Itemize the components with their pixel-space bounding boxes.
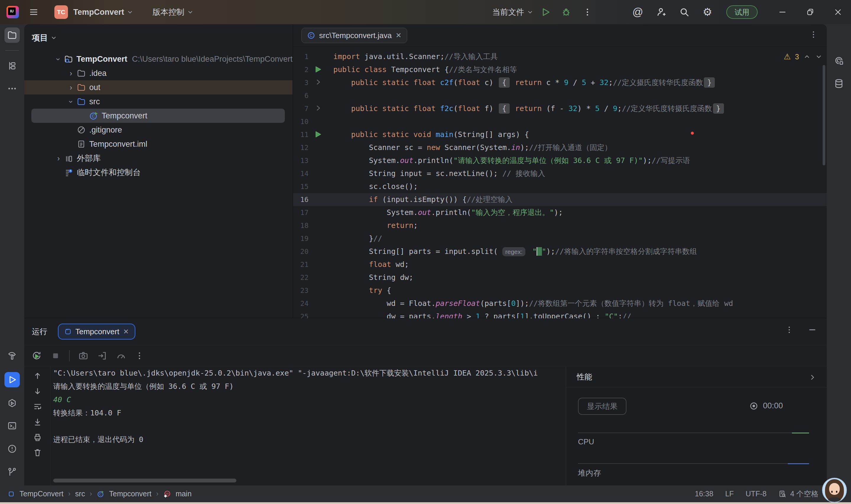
code-editor[interactable]: 1import java.util.Scanner;//导入输入工具2publi…: [293, 47, 827, 318]
close-button[interactable]: [825, 0, 851, 24]
tree-row-src[interactable]: ›src: [24, 94, 293, 109]
breadcrumb-src[interactable]: src: [75, 489, 85, 498]
terminal-tool-button[interactable]: [4, 418, 20, 433]
editor-tab[interactable]: C src\Tempconvert.java ✕: [301, 28, 407, 43]
print-button[interactable]: [33, 433, 42, 442]
user-avatar[interactable]: [822, 478, 847, 503]
main-menu-button[interactable]: [29, 0, 38, 24]
code-line-12[interactable]: 12 Scanner sc = new Scanner(System.in);/…: [293, 141, 827, 154]
rerun-button[interactable]: [31, 350, 42, 361]
code-line-6[interactable]: 6: [293, 89, 827, 102]
project-tool-button[interactable]: [4, 28, 20, 43]
ai-assistant-button[interactable]: @: [632, 0, 643, 24]
up-stack-trace-button[interactable]: [33, 371, 42, 381]
clear-console-button[interactable]: [33, 448, 42, 457]
git-tool-button[interactable]: [4, 464, 20, 480]
notifications-button[interactable]: [831, 53, 847, 68]
more-tool-windows-button[interactable]: [4, 81, 20, 96]
hide-panel-button[interactable]: [808, 325, 817, 334]
code-line-1[interactable]: 1import java.util.Scanner;//导入输入工具: [293, 50, 827, 63]
indent-widget[interactable]: 4 个空格: [778, 489, 818, 499]
gutter-run-icon[interactable]: [311, 130, 325, 139]
breadcrumb-method[interactable]: main: [175, 489, 191, 498]
run-button[interactable]: [540, 0, 551, 24]
code-line-19[interactable]: 19 }//: [293, 232, 827, 245]
code-line-23[interactable]: 23 try {: [293, 284, 827, 297]
next-warning-icon[interactable]: [815, 53, 823, 60]
editor-options-button[interactable]: [809, 30, 818, 39]
tree-row-tempconvert[interactable]: ›TempConvertC:\Users\taro blue\IdeaProje…: [24, 52, 293, 66]
code-line-7[interactable]: 7 public static float f2c(float f) { ret…: [293, 102, 827, 115]
code-line-14[interactable]: 14 String input = sc.nextLine(); // 接收输入: [293, 167, 827, 180]
database-tool-button[interactable]: [831, 76, 847, 91]
console-hscrollbar[interactable]: [53, 479, 237, 483]
editor-scrollbar[interactable]: [823, 65, 825, 165]
caret-position-widget[interactable]: 16:38: [695, 489, 714, 498]
tree-row--[interactable]: ›外部库: [24, 151, 293, 165]
run-tab[interactable]: Tempconvert ✕: [58, 324, 135, 340]
show-results-button[interactable]: 显示结果: [578, 398, 626, 415]
tab-close-icon[interactable]: ✕: [396, 31, 402, 39]
code-line-16[interactable]: 16 if (input.isEmpty()) {//处理空输入: [293, 193, 827, 206]
tree-row--idea[interactable]: ›.idea: [24, 66, 293, 80]
tree-chevron-icon[interactable]: ›: [65, 69, 77, 78]
commit-tool-button[interactable]: [4, 58, 20, 73]
breadcrumb-class[interactable]: Tempconvert: [109, 489, 151, 498]
code-line-17[interactable]: 17 System.out.println("输入为空，程序退出。");: [293, 206, 827, 219]
search-everywhere-button[interactable]: [679, 0, 690, 24]
run-more-button[interactable]: [135, 351, 144, 360]
project-panel-header[interactable]: 项目: [32, 33, 56, 43]
gutter-fold-icon[interactable]: [311, 104, 325, 112]
inspections-widget[interactable]: ⚠ 3: [784, 52, 823, 61]
run-panel-options-button[interactable]: [785, 325, 794, 334]
code-line-21[interactable]: 21 float wd;: [293, 258, 827, 271]
run-tool-button[interactable]: [4, 372, 20, 388]
more-actions-button[interactable]: [583, 0, 592, 24]
tree-row-tempconvert-iml[interactable]: Tempconvert.iml: [24, 137, 293, 151]
trial-badge[interactable]: 试用: [726, 5, 758, 19]
code-line-24[interactable]: 24 wd = Float.parseFloat(parts[0]);//将数组…: [293, 297, 827, 310]
stop-button[interactable]: [50, 350, 61, 361]
encoding-widget[interactable]: UTF-8: [746, 489, 766, 498]
soft-wrap-button[interactable]: [33, 402, 42, 411]
open-results-button[interactable]: [97, 350, 107, 361]
build-tool-button[interactable]: [4, 348, 20, 363]
run-configuration-selector[interactable]: 当前文件: [492, 0, 533, 24]
code-with-me-button[interactable]: [656, 0, 666, 24]
code-line-11[interactable]: 11 public static void main(String[] args…: [293, 128, 827, 141]
code-line-10[interactable]: 10: [293, 115, 827, 128]
project-icon[interactable]: TC: [54, 5, 68, 19]
tree-row-tempconvert[interactable]: CTempconvert: [31, 109, 285, 123]
code-line-13[interactable]: 13 System.out.println("请输入要转换的温度与单位（例如 3…: [293, 154, 827, 167]
tree-row--gitignore[interactable]: .gitignore: [24, 123, 293, 137]
tree-row--[interactable]: 临时文件和控制台: [24, 165, 293, 180]
minimize-button[interactable]: [770, 0, 795, 24]
debug-button[interactable]: [561, 0, 572, 24]
code-line-22[interactable]: 22 String dw;: [293, 271, 827, 284]
restore-button[interactable]: [798, 0, 823, 24]
problems-tool-button[interactable]: [4, 441, 20, 456]
tree-chevron-icon[interactable]: ›: [53, 154, 65, 163]
code-line-20[interactable]: 20 String[] parts = input.split( regex: …: [293, 245, 827, 258]
code-line-25[interactable]: 25 dw = parts.length > 1 ? parts[1].toUp…: [293, 310, 827, 318]
project-widget[interactable]: TempConvert: [73, 0, 133, 24]
console-output[interactable]: "C:\Users\taro blue\.jdks\openjdk-25.0.2…: [53, 366, 566, 473]
tree-chevron-icon[interactable]: ›: [54, 53, 63, 65]
code-line-15[interactable]: 15 sc.close();: [293, 180, 827, 193]
chevron-right-icon[interactable]: [809, 374, 816, 381]
code-line-3[interactable]: 3 public static float c2f(float c) { ret…: [293, 76, 827, 89]
prev-warning-icon[interactable]: [803, 53, 811, 60]
profiler-button[interactable]: [116, 350, 126, 361]
code-line-18[interactable]: 18 return;: [293, 219, 827, 232]
code-line-2[interactable]: 2public class Tempconvert {//类名与文件名相等: [293, 63, 827, 76]
run-tab-close-icon[interactable]: ✕: [123, 328, 129, 336]
thread-dump-button[interactable]: [78, 350, 89, 361]
tree-chevron-icon[interactable]: ›: [67, 96, 76, 107]
scroll-to-end-button[interactable]: [33, 417, 42, 427]
tree-row-out[interactable]: ›out: [24, 80, 293, 94]
gutter-run-icon[interactable]: [311, 65, 325, 73]
services-tool-button[interactable]: [4, 396, 20, 411]
settings-button[interactable]: ⚙: [703, 0, 712, 24]
line-ending-widget[interactable]: LF: [725, 489, 734, 498]
breadcrumb-project[interactable]: TempConvert: [19, 489, 64, 498]
